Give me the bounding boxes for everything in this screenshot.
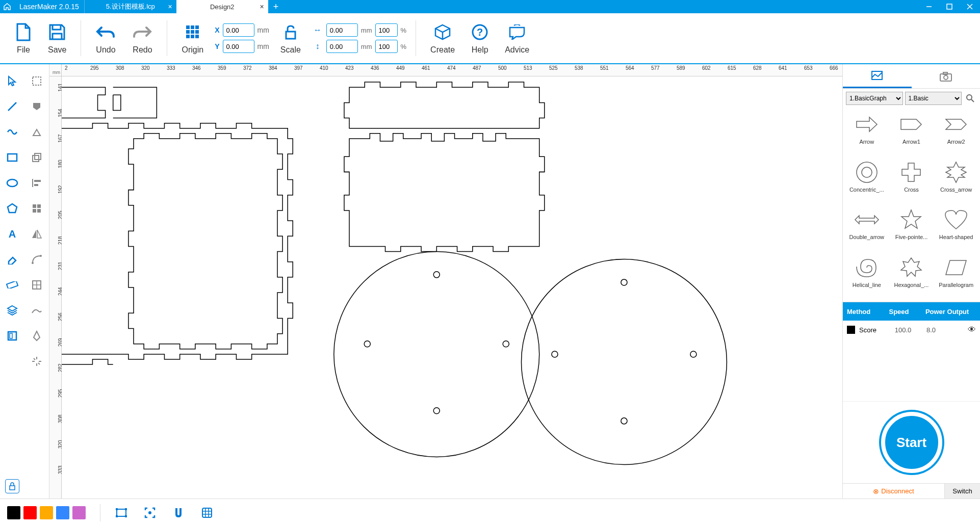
lock-button[interactable]	[5, 479, 19, 493]
pen-tool[interactable]	[24, 323, 49, 349]
maximize-button[interactable]	[939, 0, 960, 13]
visibility-icon[interactable]: 👁	[944, 325, 976, 334]
grid-tool[interactable]	[24, 196, 49, 221]
tab-file-1[interactable]: 5.设计图模板.lcp ×	[85, 0, 176, 13]
category-select-2[interactable]: 1.Basic	[905, 92, 962, 105]
shape-arrow1[interactable]: Arrow1	[890, 110, 934, 157]
origin-button[interactable]: Origin	[176, 20, 209, 57]
outline-tool[interactable]	[24, 298, 49, 323]
add-tab-button[interactable]: +	[268, 2, 284, 12]
duplicate-tool[interactable]	[24, 145, 49, 170]
redo-button[interactable]: Redo	[127, 20, 158, 57]
artboard-tool[interactable]	[0, 323, 24, 349]
bezier-tool[interactable]	[24, 247, 49, 272]
shape-cross[interactable]: Cross	[890, 158, 934, 205]
focus-icon[interactable]	[143, 506, 157, 519]
start-button[interactable]: Start	[881, 412, 942, 473]
rectangle-tool[interactable]	[0, 145, 24, 170]
svg-text:?: ?	[477, 27, 483, 38]
tab-file-2[interactable]: Design2 ×	[176, 0, 268, 13]
array-tool[interactable]	[24, 272, 49, 298]
shape-concentric----[interactable]: Concentric_...	[845, 158, 889, 205]
shape-double-arrow[interactable]: Double_arrow	[845, 205, 889, 252]
color-swatch[interactable]	[23, 506, 37, 519]
color-swatch[interactable]	[56, 506, 69, 519]
home-icon[interactable]	[0, 3, 14, 11]
color-swatch[interactable]	[40, 506, 53, 519]
advice-button[interactable]: Advice	[500, 20, 534, 57]
color-swatch[interactable]	[7, 506, 20, 519]
shape-label: Heart-shaped	[936, 234, 976, 240]
canvas-viewport[interactable]	[62, 76, 842, 498]
svg-point-54	[690, 351, 697, 357]
undo-button[interactable]: Undo	[90, 20, 121, 57]
ellipse-tool[interactable]	[0, 170, 24, 196]
text-tool[interactable]: A	[0, 221, 24, 247]
close-button[interactable]	[960, 0, 980, 13]
line-tool[interactable]	[0, 94, 24, 119]
height-pct-input[interactable]	[375, 40, 398, 53]
width-input[interactable]	[326, 23, 358, 37]
switch-button[interactable]: Switch	[944, 484, 980, 498]
minimize-button[interactable]	[919, 0, 939, 13]
shape-icon	[895, 112, 927, 137]
save-button[interactable]: Save	[43, 20, 71, 57]
file-button[interactable]: File	[10, 20, 37, 57]
shape-icon	[850, 112, 883, 137]
category-select-1[interactable]: 1.BasicGraph	[846, 92, 903, 105]
shape-arrow2[interactable]: Arrow2	[934, 110, 978, 157]
svg-point-48	[364, 341, 370, 347]
svg-marker-25	[8, 204, 17, 213]
spark-tool[interactable]	[24, 349, 49, 374]
shape-five-pointe---[interactable]: Five-pointe...	[890, 205, 934, 252]
mirror-tool[interactable]	[24, 221, 49, 247]
create-button[interactable]: Create	[425, 20, 460, 57]
y-input[interactable]	[223, 40, 254, 53]
color-swatch[interactable]	[72, 506, 86, 519]
shape-heart-shaped[interactable]: Heart-shaped	[934, 205, 978, 252]
svg-rect-18	[8, 154, 17, 161]
canvas-area[interactable]: mm 2295308320333346359372384397410423436…	[49, 64, 842, 498]
shape-parallelogram[interactable]: Parallelogram	[934, 253, 978, 300]
method-row[interactable]: Score 100.0 8.0 👁	[843, 321, 980, 339]
x-input[interactable]	[223, 23, 254, 37]
shape-helical-line[interactable]: Helical_line	[845, 253, 889, 300]
shape-icon	[895, 207, 927, 232]
shape-arrow[interactable]: Arrow	[845, 110, 889, 157]
shape-label: Arrow1	[892, 139, 932, 145]
curve-tool[interactable]	[0, 119, 24, 145]
svg-rect-66	[125, 508, 127, 510]
help-button[interactable]: ? Help	[466, 20, 494, 57]
svg-rect-68	[125, 515, 127, 517]
shape-fill-tool[interactable]	[24, 94, 49, 119]
polygon-tool[interactable]	[0, 196, 24, 221]
layers-tool[interactable]	[0, 298, 24, 323]
marquee-tool[interactable]	[24, 68, 49, 94]
shape-cross-arrow[interactable]: Cross_arrow	[934, 158, 978, 205]
undo-icon	[95, 22, 116, 42]
magnet-icon[interactable]	[172, 506, 185, 519]
svg-point-55	[621, 418, 627, 424]
camera-tab[interactable]	[912, 64, 981, 88]
select-tool[interactable]	[0, 68, 24, 94]
search-icon[interactable]	[964, 92, 977, 105]
shape-icon	[850, 255, 883, 280]
shapes-tab[interactable]	[843, 64, 912, 88]
svg-rect-9	[195, 30, 199, 34]
height-input[interactable]	[326, 40, 358, 53]
close-icon[interactable]: ×	[168, 3, 172, 11]
eraser-tool[interactable]	[0, 247, 24, 272]
path-tool[interactable]	[24, 119, 49, 145]
align-tool[interactable]	[24, 170, 49, 196]
svg-point-58	[944, 75, 948, 80]
measure-tool[interactable]	[0, 272, 24, 298]
svg-rect-7	[186, 30, 190, 34]
grid-icon[interactable]	[200, 506, 214, 519]
shape-hexagonal----[interactable]: Hexagonal_...	[890, 253, 934, 300]
scale-button[interactable]: Scale	[275, 20, 306, 57]
width-pct-input[interactable]	[375, 23, 398, 37]
close-icon[interactable]: ×	[260, 3, 264, 11]
bounds-icon[interactable]	[115, 506, 128, 519]
svg-rect-29	[37, 209, 41, 213]
header-power: Power Output	[914, 308, 980, 315]
